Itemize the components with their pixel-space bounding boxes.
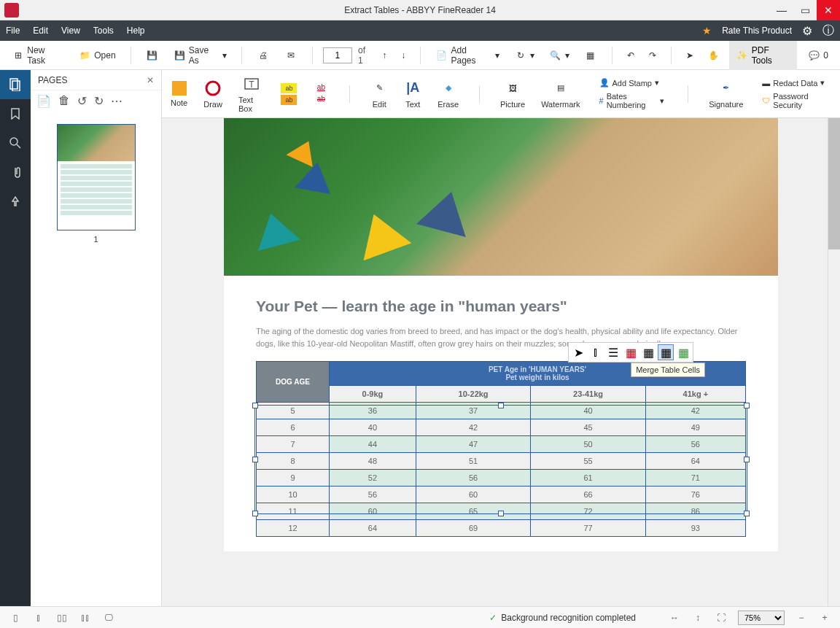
fit-width-icon[interactable]: ↔ — [668, 611, 681, 624]
stamp-icon: 👤 — [599, 78, 610, 88]
open-button[interactable]: 📁Open — [74, 46, 120, 65]
help-icon[interactable]: ⓘ — [822, 23, 834, 39]
save-as-button[interactable]: 💾Save As ▾ — [169, 42, 231, 69]
pet-age-table[interactable]: DOG AGE PET Age in 'HUMAN YEARS'Pet weig… — [256, 361, 746, 537]
pointer-button[interactable]: ➤ — [682, 47, 698, 63]
separator — [671, 47, 672, 64]
highlight-yellow-icon[interactable]: ab — [281, 83, 297, 93]
add-pages-button[interactable]: 📄Add Pages ▾ — [431, 42, 504, 69]
highlight-orange-icon[interactable]: ab — [281, 95, 297, 105]
email-button[interactable]: ✉ — [280, 46, 302, 65]
table-row[interactable]: 1160657286 — [257, 503, 746, 520]
view-continuous-icon[interactable]: ⫿ — [32, 611, 45, 624]
pdf-tools-button[interactable]: ✨PDF Tools — [729, 41, 798, 70]
zoom-select[interactable]: 75% — [738, 610, 785, 625]
hand-button[interactable]: ✋ — [704, 47, 723, 63]
gear-icon[interactable]: ⚙ — [802, 24, 812, 38]
delete-page-icon[interactable]: 🗑 — [58, 94, 70, 107]
strikethrough-icon[interactable]: ab — [313, 95, 329, 105]
redo-button[interactable]: ↷ — [645, 47, 661, 63]
fullscreen-icon[interactable]: ⛶ — [715, 611, 728, 624]
rotate-button[interactable]: ↻ ▾ — [510, 46, 539, 65]
vtab-bookmarks[interactable] — [0, 99, 31, 128]
view-facing-icon[interactable]: ⫿⫿ — [79, 611, 92, 624]
draw-tool[interactable]: Draw — [203, 80, 222, 109]
password-security-button[interactable]: 🛡Password Security — [759, 90, 831, 111]
table-delete-button[interactable]: ▦ — [623, 344, 639, 360]
vtab-signatures[interactable] — [0, 187, 31, 216]
page-down-button[interactable]: ↓ — [397, 47, 410, 63]
vtab-pages[interactable] — [0, 70, 31, 99]
more-icon[interactable]: ⋯ — [111, 94, 122, 108]
add-stamp-button[interactable]: 👤Add Stamp ▾ — [596, 77, 668, 89]
table-row[interactable]: 848515564 — [257, 453, 746, 470]
table-split-v-button[interactable]: ⫿ — [588, 344, 604, 360]
zoom-out-button[interactable]: − — [795, 611, 808, 624]
new-task-button[interactable]: ⊞New Task — [7, 42, 68, 69]
menu-view[interactable]: View — [61, 26, 80, 36]
edit-tool[interactable]: ✎Edit — [370, 80, 388, 109]
note-tool[interactable]: Note — [171, 81, 187, 107]
erase-tool[interactable]: ◆Erase — [438, 80, 459, 109]
document-viewport[interactable]: 🐕🐈DOG & CAT Your Pet — learn the age in … — [162, 118, 840, 606]
menu-help[interactable]: Help — [127, 26, 145, 36]
textbox-tool[interactable]: TText Box — [238, 75, 265, 113]
ribbon-toolbar: Note Draw TText Box ab ab ab ab ✎Edit |A… — [162, 70, 840, 118]
picture-icon: 🖼 — [504, 80, 521, 97]
menu-tools[interactable]: Tools — [93, 26, 114, 36]
search-doc-button[interactable]: 🔍 ▾ — [545, 46, 574, 65]
close-button[interactable]: ✕ — [817, 0, 840, 20]
rotate-left-icon[interactable]: ↺ — [77, 94, 87, 108]
table-split-h-button[interactable]: ☰ — [605, 344, 621, 360]
menu-edit[interactable]: Edit — [33, 26, 48, 36]
page-thumbnail[interactable] — [57, 124, 136, 230]
bates-numbering-button[interactable]: #Bates Numbering ▾ — [596, 90, 668, 111]
table-row[interactable]: 952566171 — [257, 470, 746, 486]
underline-icon[interactable]: ab — [313, 83, 329, 93]
page-up-button[interactable]: ↑ — [378, 47, 391, 63]
maximize-button[interactable]: ▭ — [793, 0, 817, 20]
view-single-icon[interactable]: ▯ — [9, 611, 22, 624]
scroll-thumb[interactable] — [828, 118, 840, 249]
add-page-icon[interactable]: 📄 — [36, 94, 51, 108]
vtab-attachments[interactable] — [0, 158, 31, 187]
print-button[interactable]: 🖨 — [252, 46, 274, 65]
table-row[interactable]: 640424549 — [257, 419, 746, 436]
save-button[interactable]: 💾 — [141, 46, 163, 65]
signature-tool[interactable]: ✒Signature — [709, 80, 743, 109]
table-cell: 77 — [531, 520, 645, 537]
zoom-in-button[interactable]: + — [818, 611, 831, 624]
rate-product-link[interactable]: Rate This Product — [722, 26, 792, 36]
table-pointer-button[interactable]: ➤ — [570, 344, 586, 360]
table-row[interactable]: 1264697793 — [257, 520, 746, 537]
svg-rect-1 — [12, 81, 20, 91]
undo-button[interactable]: ↶ — [623, 47, 639, 63]
table-merge-cells-button[interactable]: ▦ — [658, 344, 674, 360]
table-grid-button[interactable]: ▦ — [675, 344, 691, 360]
watermark-tool[interactable]: ▤Watermark — [541, 80, 580, 109]
comments-button[interactable]: 💬0 — [803, 46, 833, 65]
rotate-right-icon[interactable]: ↻ — [94, 94, 104, 108]
table-row[interactable]: 744475056 — [257, 436, 746, 453]
view-two-page-icon[interactable]: ▯▯ — [55, 611, 69, 624]
view-presentation-icon[interactable]: 🖵 — [102, 611, 115, 624]
picture-tool[interactable]: 🖼Picture — [500, 80, 525, 109]
redact-data-button[interactable]: ▬Redact Data ▾ — [759, 77, 831, 89]
table-add-button[interactable]: ▦ — [640, 344, 656, 360]
fit-page-icon[interactable]: ↕ — [691, 611, 704, 624]
layout-button[interactable]: ▦ — [580, 46, 602, 65]
table-cell: 50 — [531, 436, 645, 453]
minimize-button[interactable]: — — [770, 0, 793, 20]
vertical-scrollbar[interactable] — [828, 118, 840, 606]
table-cell: 60 — [416, 486, 530, 503]
vtab-search[interactable] — [0, 128, 31, 158]
text-tool[interactable]: |AText — [404, 80, 421, 109]
pages-panel-close[interactable]: ✕ — [147, 75, 154, 85]
table-row[interactable]: 536374042 — [257, 403, 746, 419]
table-row[interactable]: 1056606676 — [257, 486, 746, 503]
rotate-icon: ↻ — [514, 49, 527, 62]
page-number-input[interactable] — [323, 47, 352, 63]
table-cell: 40 — [330, 419, 416, 436]
signature-icon: ✒ — [718, 80, 735, 97]
menu-file[interactable]: File — [6, 26, 20, 36]
